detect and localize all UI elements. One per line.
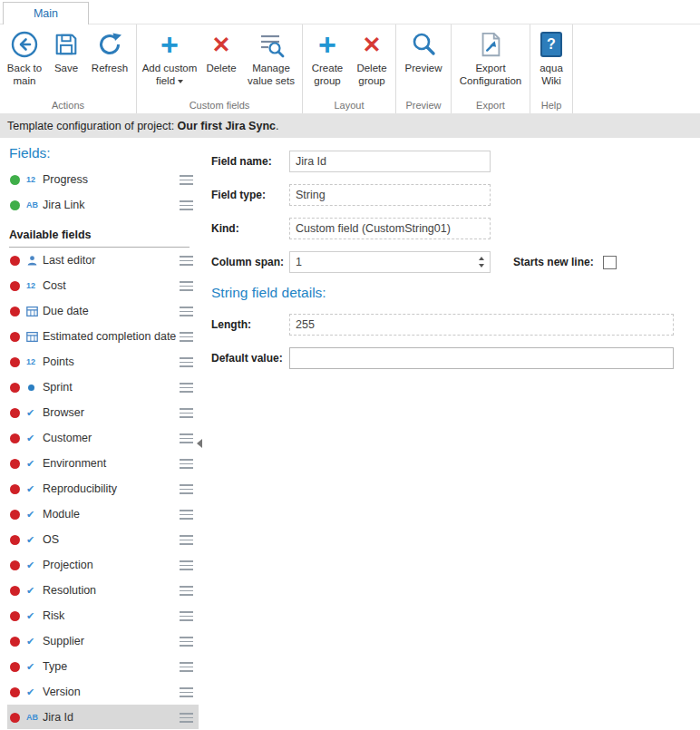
check-type-icon: ✔ — [26, 686, 43, 698]
field-item-points[interactable]: 12 Points — [7, 349, 199, 375]
field-status-dot — [10, 586, 20, 596]
spinner-down-icon[interactable] — [479, 264, 484, 268]
export-configuration-button[interactable]: Export Configuration — [453, 24, 528, 90]
field-item-reproducibility[interactable]: ✔ Reproducibility — [7, 476, 199, 501]
column-span-stepper[interactable] — [289, 251, 491, 273]
field-name-label: Field name: — [211, 155, 289, 168]
field-item-type[interactable]: ✔ Type — [7, 654, 199, 679]
field-item-browser[interactable]: ✔ Browser — [7, 400, 199, 425]
ribbon-group-actions: Back to main Save — [0, 24, 137, 113]
drag-handle-icon[interactable] — [180, 200, 193, 210]
drag-handle-icon[interactable] — [180, 332, 193, 342]
field-item-module[interactable]: ✔ Module — [7, 501, 199, 527]
field-item-sprint[interactable]: Sprint — [7, 375, 199, 400]
field-item-os[interactable]: ✔ OS — [7, 527, 199, 552]
preview-button[interactable]: Preview — [398, 24, 449, 77]
drag-handle-icon[interactable] — [180, 535, 193, 545]
field-status-dot — [10, 510, 20, 520]
check-type-icon: ✔ — [26, 636, 43, 647]
drag-handle-icon[interactable] — [180, 586, 193, 596]
date-type-icon — [26, 306, 43, 317]
fields-panel: Fields: 12 Progress AB Jira Link Availab… — [0, 138, 199, 729]
field-item-cost[interactable]: 12 Cost — [7, 273, 199, 298]
field-item-resolution[interactable]: ✔ Resolution — [7, 578, 199, 603]
drag-handle-icon[interactable] — [180, 256, 193, 266]
create-group-button[interactable]: + Create group — [305, 24, 350, 90]
field-item-version[interactable]: ✔ Version — [7, 679, 199, 705]
export-configuration-label: Export Configuration — [455, 63, 526, 88]
drag-handle-icon[interactable] — [180, 484, 193, 494]
field-status-dot — [10, 281, 20, 291]
save-button[interactable]: Save — [47, 24, 85, 77]
project-name: Our first Jira Sync — [178, 120, 276, 132]
text-type-icon: AB — [26, 713, 43, 722]
back-to-main-button[interactable]: Back to main — [2, 24, 47, 90]
field-item-projection[interactable]: ✔ Projection — [7, 552, 199, 578]
spinner-up-icon[interactable] — [479, 257, 484, 260]
delete-button[interactable]: ✕ Delete — [200, 24, 242, 77]
text-type-icon: AB — [26, 200, 43, 209]
save-label: Save — [54, 63, 78, 75]
field-status-dot — [10, 687, 20, 697]
field-item-risk[interactable]: ✔ Risk — [7, 603, 199, 628]
add-custom-field-button[interactable]: + Add custom field — [139, 24, 200, 90]
ribbon-group-layout: + Create group ✕ Delete group Layout — [303, 24, 396, 113]
drag-handle-icon[interactable] — [180, 662, 193, 672]
kind-label: Kind: — [211, 222, 289, 235]
delete-x-icon: ✕ — [212, 28, 231, 61]
magnifier-icon — [409, 28, 438, 61]
delete-group-button[interactable]: ✕ Delete group — [350, 24, 394, 90]
template-configuration-bar: Template configuration of project: Our f… — [0, 113, 700, 138]
drag-handle-icon[interactable] — [180, 611, 193, 621]
length-input[interactable] — [289, 314, 674, 336]
drag-handle-icon[interactable] — [180, 281, 193, 291]
check-type-icon: ✔ — [26, 483, 43, 495]
drag-handle-icon[interactable] — [180, 408, 193, 418]
drag-handle-icon[interactable] — [180, 687, 193, 697]
default-value-input[interactable] — [289, 347, 674, 369]
drag-handle-icon[interactable] — [180, 357, 193, 367]
field-item-environment[interactable]: ✔ Environment — [7, 451, 199, 476]
tab-main[interactable]: Main — [3, 2, 89, 24]
check-type-icon: ✔ — [26, 610, 43, 622]
column-span-input[interactable] — [289, 251, 491, 273]
field-item-customer[interactable]: ✔ Customer — [7, 425, 199, 451]
ribbon-group-label-help: Help — [532, 99, 570, 113]
field-status-dot — [10, 433, 20, 443]
field-item-progress[interactable]: 12 Progress — [7, 167, 199, 192]
field-item-due-date[interactable]: Due date — [7, 298, 199, 324]
aqua-wiki-button[interactable]: ? aqua Wiki — [532, 24, 570, 90]
drag-handle-icon[interactable] — [180, 383, 193, 393]
ribbon-group-help: ? aqua Wiki Help — [530, 24, 573, 113]
starts-new-line-checkbox[interactable] — [603, 256, 617, 269]
refresh-label: Refresh — [92, 63, 128, 75]
field-type-input[interactable] — [289, 184, 491, 206]
drag-handle-icon[interactable] — [180, 307, 193, 316]
field-item-jira-id[interactable]: AB Jira Id — [7, 705, 199, 729]
drag-handle-icon[interactable] — [180, 459, 193, 469]
field-item-jira-link[interactable]: AB Jira Link — [7, 192, 199, 218]
kind-input[interactable] — [289, 218, 491, 239]
length-label: Length: — [211, 318, 289, 331]
ribbon-group-label-preview: Preview — [398, 99, 449, 113]
drag-handle-icon[interactable] — [180, 560, 193, 570]
number-type-icon: 12 — [26, 175, 43, 184]
field-status-dot — [10, 535, 20, 545]
field-item-supplier[interactable]: ✔ Supplier — [7, 628, 199, 654]
starts-new-line-label: Starts new line: — [513, 256, 594, 268]
manage-value-sets-button[interactable]: Manage value sets — [242, 24, 300, 90]
string-field-details-title: String field details: — [211, 285, 700, 301]
field-name-input[interactable] — [289, 151, 491, 172]
drag-handle-icon[interactable] — [180, 433, 193, 443]
drag-handle-icon[interactable] — [180, 637, 193, 647]
back-arrow-icon — [10, 28, 39, 61]
drag-handle-icon[interactable] — [180, 175, 193, 185]
panel-collapse-arrow-icon[interactable] — [197, 439, 202, 448]
refresh-button[interactable]: Refresh — [85, 24, 134, 77]
field-status-dot — [10, 175, 20, 185]
field-item-estimated-completion-date[interactable]: Estimated completion date — [7, 324, 199, 349]
drag-handle-icon[interactable] — [180, 510, 193, 520]
field-item-last-editor[interactable]: Last editor — [7, 248, 199, 273]
drag-handle-icon[interactable] — [180, 713, 193, 723]
ribbon-group-label-actions: Actions — [2, 99, 134, 113]
